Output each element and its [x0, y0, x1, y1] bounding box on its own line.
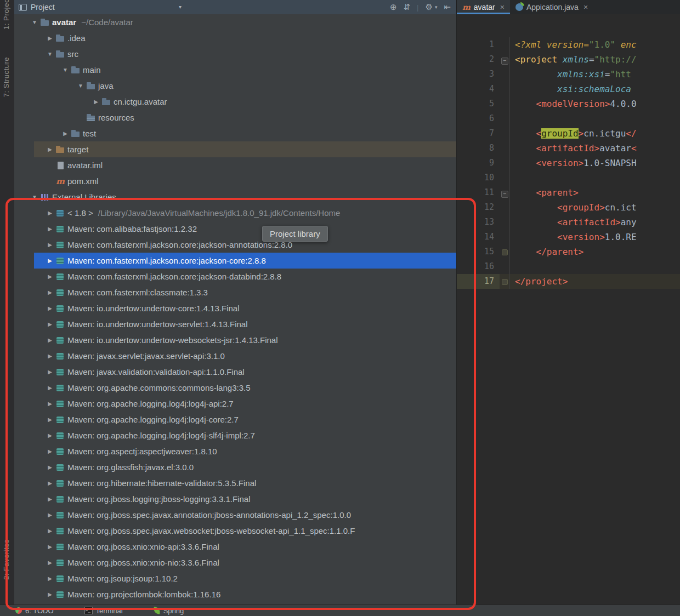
line-number[interactable]: 6: [457, 111, 500, 126]
tree-expand-icon[interactable]: ▶: [45, 591, 55, 597]
close-icon[interactable]: ×: [500, 3, 505, 12]
settings-icon[interactable]: ⚙: [425, 2, 432, 12]
code-line[interactable]: 17</project>: [457, 274, 680, 289]
code-line[interactable]: 16: [457, 259, 680, 274]
tree-expand-icon[interactable]: ▶: [60, 130, 70, 136]
tree-item-maven-org-jboss-xnio-xnio-api-3-3-6-final[interactable]: ▶Maven: org.jboss.xnio:xnio-api:3.3.6.Fi…: [14, 539, 456, 555]
tree-expand-icon[interactable]: ▶: [45, 210, 55, 216]
code-line[interactable]: 4 xsi:schemaLoca: [457, 82, 680, 96]
status-item-terminal[interactable]: Terminal: [84, 607, 123, 615]
tree-expand-icon[interactable]: ▶: [45, 353, 55, 359]
code-line[interactable]: 12 <groupId>cn.ict: [457, 200, 680, 215]
line-number[interactable]: 3: [457, 67, 500, 82]
hide-panel-icon[interactable]: ⇤: [444, 2, 451, 12]
code-line[interactable]: 7 <groupId>cn.ictgu</: [457, 126, 680, 141]
tree-item-maven-org-jsoup-jsoup-1-10-2[interactable]: ▶Maven: org.jsoup:jsoup:1.10.2: [14, 571, 456, 586]
tree-expand-icon[interactable]: ▶: [45, 146, 55, 152]
code-line[interactable]: 14 <version>1.0.RE: [457, 230, 680, 244]
line-number[interactable]: 14: [457, 230, 500, 244]
tree-expand-icon[interactable]: ▶: [45, 321, 55, 327]
tree-item-avatar-iml[interactable]: avatar.iml: [14, 157, 456, 173]
tool-button-2-favorites[interactable]: 2: Favorites: [2, 539, 10, 580]
tree-expand-icon[interactable]: ▶: [45, 369, 55, 375]
tree-expand-icon[interactable]: ▶: [45, 528, 55, 534]
line-number[interactable]: 15: [457, 244, 500, 259]
tree-item-maven-org-apache-logging-log4j-log4j-api-2-7[interactable]: ▶Maven: org.apache.logging.log4j:log4j-a…: [14, 396, 456, 412]
tree-item-maven-org-projectlombok-lombok-1-16-16[interactable]: ▶Maven: org.projectlombok:lombok:1.16.16: [14, 586, 456, 602]
tree-expand-icon[interactable]: ▶: [45, 464, 55, 470]
line-number[interactable]: 16: [457, 259, 500, 274]
locate-icon[interactable]: ⊕: [390, 2, 397, 12]
tree-item-maven-io-undertow-undertow-core-1-4-13-final[interactable]: ▶Maven: io.undertow:undertow-core:1.4.13…: [14, 300, 456, 316]
line-number[interactable]: 7: [457, 126, 500, 141]
code-line[interactable]: 10: [457, 170, 680, 185]
tree-expand-icon[interactable]: ▶: [45, 385, 55, 391]
tree-expand-icon[interactable]: ▼: [30, 194, 39, 200]
tree-item-resources[interactable]: resources: [14, 110, 456, 126]
code-line[interactable]: 13 <artifactId>any: [457, 215, 680, 230]
project-dropdown-icon[interactable]: ▾: [179, 4, 182, 10]
tree-expand-icon[interactable]: ▶: [45, 448, 55, 454]
code-line[interactable]: 9 <version>1.0-SNAPSH: [457, 156, 680, 170]
line-number[interactable]: 2: [457, 52, 500, 67]
code-line[interactable]: 6: [457, 111, 680, 126]
tree-item-main[interactable]: ▼main: [14, 62, 456, 78]
tree-item-maven-com-fasterxml-jackson-core-jackson-annotations-2-8-0[interactable]: ▶Maven: com.fasterxml.jackson.core:jacks…: [14, 237, 456, 253]
tool-button-1-project[interactable]: 1: Project: [2, 0, 10, 30]
tree-item-maven-com-fasterxml-jackson-core-jackson-databind-2-8-8[interactable]: ▶Maven: com.fasterxml.jackson.core:jacks…: [14, 269, 456, 284]
tree-expand-icon[interactable]: ▶: [45, 575, 55, 581]
line-number[interactable]: 5: [457, 96, 500, 111]
line-number[interactable]: 8: [457, 141, 500, 156]
code-line[interactable]: 2−<project xmlns="http://: [457, 52, 680, 67]
collapse-all-icon[interactable]: ⇵: [403, 2, 410, 12]
tree-expand-icon[interactable]: ▶: [45, 226, 55, 232]
tree-item-avatar[interactable]: ▼avatar~/Code/avatar: [14, 14, 456, 30]
tree-expand-icon[interactable]: ▶: [45, 305, 55, 311]
tree-item-maven-com-fasterxml-classmate-1-3-3[interactable]: ▶Maven: com.fasterxml:classmate:1.3.3: [14, 284, 456, 300]
line-number[interactable]: 1: [457, 37, 500, 52]
fold-icon[interactable]: −: [501, 58, 508, 65]
tree-item-maven-org-hibernate-hibernate-validator-5-3-5-final[interactable]: ▶Maven: org.hibernate:hibernate-validato…: [14, 475, 456, 491]
editor-tab-appication-java[interactable]: Appication.java×: [510, 0, 593, 14]
tree-expand-icon[interactable]: ▶: [45, 401, 55, 407]
tree-item-maven-com-alibaba-fastjson-1-2-32[interactable]: ▶Maven: com.alibaba:fastjson:1.2.32: [14, 221, 456, 237]
tree-item-cn-ictgu-avatar[interactable]: ▶cn.ictgu.avatar: [14, 94, 456, 110]
tree-expand-icon[interactable]: ▶: [45, 289, 55, 295]
fold-end-icon[interactable]: [502, 249, 508, 255]
tree-expand-icon[interactable]: ▶: [45, 544, 55, 550]
tree-item-java[interactable]: ▼java: [14, 78, 456, 94]
tree-expand-icon[interactable]: ▶: [45, 417, 55, 423]
tree-expand-icon[interactable]: ▼: [60, 67, 70, 73]
editor-tab-avatar[interactable]: mavatar×: [457, 0, 510, 14]
tree-expand-icon[interactable]: ▶: [45, 512, 55, 518]
editor-pane[interactable]: 1<?xml version="1.0" enc2−<project xmlns…: [456, 14, 680, 605]
code-line[interactable]: 15 </parent>: [457, 244, 680, 259]
tool-button-7-structure[interactable]: 7: Structure: [2, 57, 10, 97]
status-item-spring[interactable]: Spring: [154, 607, 184, 615]
tree-item-maven-org-aspectj-aspectjweaver-1-8-10[interactable]: ▶Maven: org.aspectj:aspectjweaver:1.8.10: [14, 443, 456, 459]
tree-item-src[interactable]: ▼src: [14, 46, 456, 62]
tree-item-maven-org-glassfish-javax-el-3-0-0[interactable]: ▶Maven: org.glassfish:javax.el:3.0.0: [14, 459, 456, 475]
tree-item-1-8[interactable]: ▶< 1.8 >/Library/Java/JavaVirtualMachine…: [14, 205, 456, 221]
settings-caret-icon[interactable]: ▾: [435, 4, 438, 10]
tree-expand-icon[interactable]: ▶: [45, 337, 55, 343]
tree-item-maven-javax-validation-validation-api-1-1-0-final[interactable]: ▶Maven: javax.validation:validation-api:…: [14, 364, 456, 380]
fold-icon[interactable]: −: [501, 191, 508, 198]
tree-item-maven-org-jboss-xnio-xnio-nio-3-3-6-final[interactable]: ▶Maven: org.jboss.xnio:xnio-nio:3.3.6.Fi…: [14, 555, 456, 571]
tree-expand-icon[interactable]: ▶: [45, 560, 55, 566]
tree-item-maven-javax-servlet-javax-servlet-api-3-1-0[interactable]: ▶Maven: javax.servlet:javax.servlet-api:…: [14, 348, 456, 364]
tree-item-maven-org-jboss-logging-jboss-logging-3-3-1-final[interactable]: ▶Maven: org.jboss.logging:jboss-logging:…: [14, 491, 456, 507]
code-line[interactable]: 11− <parent>: [457, 185, 680, 200]
close-icon[interactable]: ×: [583, 3, 588, 12]
project-panel-title[interactable]: Project: [31, 3, 55, 12]
fold-end-icon[interactable]: [502, 279, 508, 285]
code-line[interactable]: 8 <artifactId>avatar<: [457, 141, 680, 156]
tree-expand-icon[interactable]: ▶: [45, 432, 55, 438]
line-number[interactable]: 11: [457, 185, 500, 200]
tree-item-maven-org-apache-commons-commons-lang3-3-5[interactable]: ▶Maven: org.apache.commons:commons-lang3…: [14, 380, 456, 396]
tree-expand-icon[interactable]: ▶: [45, 258, 55, 264]
tree-expand-icon[interactable]: ▶: [45, 242, 55, 248]
tree-item-maven-org-apache-logging-log4j-log4j-slf4j-impl-2-7[interactable]: ▶Maven: org.apache.logging.log4j:log4j-s…: [14, 427, 456, 443]
code-line[interactable]: 3 xmlns:xsi="htt: [457, 67, 680, 82]
tree-expand-icon[interactable]: ▼: [30, 19, 39, 25]
